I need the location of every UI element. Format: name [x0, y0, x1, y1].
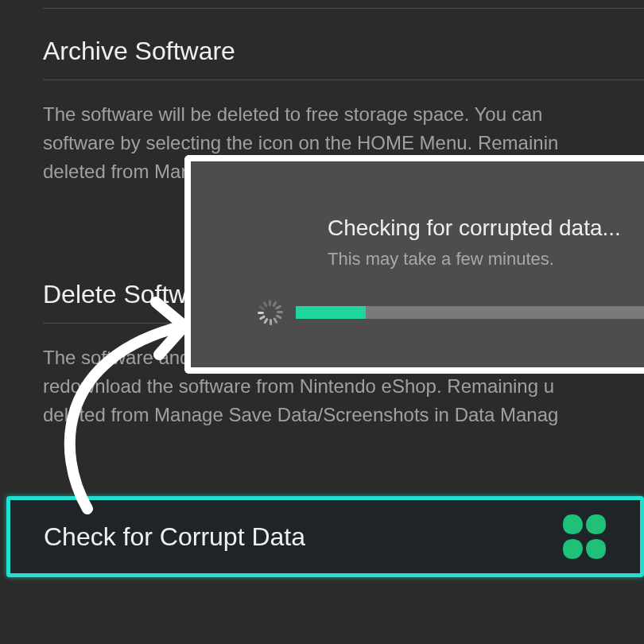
check-corrupt-data-row[interactable]: Check for Corrupt Data	[6, 496, 644, 577]
spinner-icon	[258, 300, 283, 325]
check-corrupt-data-label: Check for Corrupt Data	[10, 522, 640, 552]
archive-software-heading[interactable]: Archive Software	[0, 37, 644, 66]
modal-subtitle: This may take a few minutes.	[328, 249, 554, 270]
checking-modal: Checking for corrupted data... This may …	[184, 155, 644, 374]
clover-icon	[561, 513, 608, 561]
progress-bar	[296, 306, 644, 319]
progress-fill	[296, 306, 366, 319]
modal-title: Checking for corrupted data...	[328, 215, 621, 241]
